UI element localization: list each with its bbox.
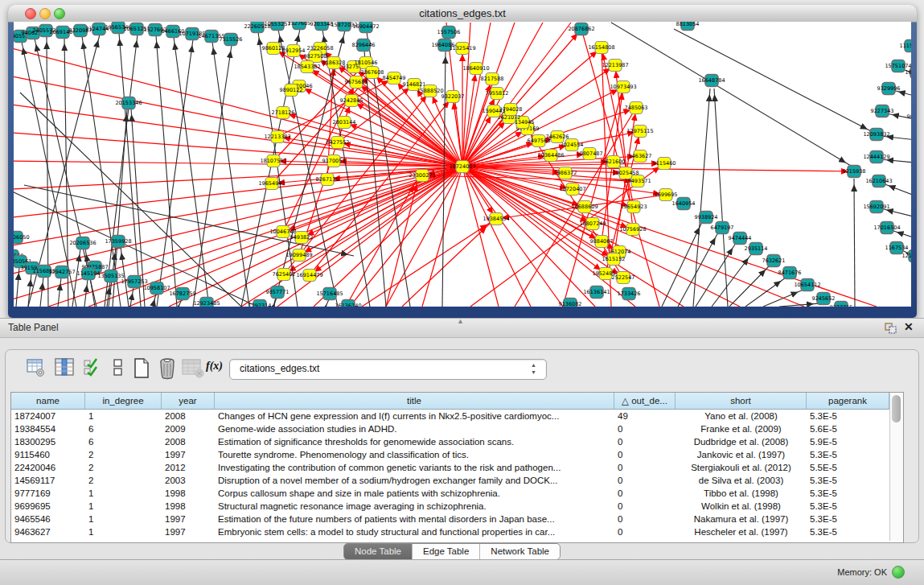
graph-edge[interactable] bbox=[16, 267, 19, 307]
graph-node[interactable]: 1640954 bbox=[672, 198, 696, 210]
graph-edge[interactable] bbox=[179, 299, 182, 307]
tab-edge-table[interactable]: Edge Table bbox=[413, 544, 480, 559]
table-cell[interactable]: Yano et al. (2008) bbox=[676, 410, 807, 422]
graph-node[interactable]: 9203348 bbox=[310, 22, 334, 31]
table-cell[interactable]: 5.3E-5 bbox=[807, 448, 889, 461]
table-panel-header[interactable]: Table Panel ▲ ✕ bbox=[0, 318, 924, 338]
table-cell[interactable]: 1 bbox=[85, 487, 162, 500]
graph-node[interactable]: 7986372 bbox=[554, 167, 577, 179]
table-cell[interactable]: 5.9E-5 bbox=[807, 435, 889, 448]
graph-node[interactable]: 9857771 bbox=[266, 286, 290, 299]
new-column-icon[interactable] bbox=[131, 357, 152, 380]
graph-node[interactable]: 16648784 bbox=[698, 75, 725, 87]
table-cell[interactable]: 19384554 bbox=[11, 422, 85, 435]
table-cell[interactable]: 5.5E-5 bbox=[807, 461, 889, 474]
table-cell[interactable]: Stergiakouli et al. (2012) bbox=[676, 461, 807, 474]
table-cell[interactable]: Hescheler et al. (1997) bbox=[676, 525, 807, 538]
float-panel-icon[interactable] bbox=[885, 323, 897, 334]
table-cell[interactable]: 0 bbox=[614, 448, 676, 461]
table-cell[interactable]: 1 bbox=[85, 500, 162, 513]
graph-node[interactable]: 9115460 bbox=[653, 158, 676, 170]
graph-edge[interactable] bbox=[462, 23, 571, 167]
graph-node[interactable]: 12975115 bbox=[626, 126, 653, 138]
graph-edge[interactable] bbox=[779, 303, 819, 307]
graph-node[interactable]: 9059203 bbox=[907, 111, 911, 123]
graph-node[interactable]: 19654923 bbox=[620, 201, 647, 213]
tab-node-table[interactable]: Node Table bbox=[344, 544, 413, 559]
table-row[interactable]: 1872400712008Changes of HCN gene express… bbox=[11, 410, 889, 422]
table-cell[interactable]: 0 bbox=[614, 525, 676, 538]
graph-node[interactable]: 9215938 bbox=[843, 166, 866, 178]
graph-node[interactable]: 8267130 bbox=[316, 174, 339, 186]
network-window-titlebar[interactable]: citations_edges.txt bbox=[8, 5, 917, 23]
graph-node[interactable]: 16782759 bbox=[169, 288, 195, 300]
table-cell[interactable]: Estimation of the future numbers of pati… bbox=[215, 513, 614, 525]
graph-node[interactable]: 15716485 bbox=[316, 288, 343, 300]
table-cell[interactable]: 9115460 bbox=[11, 448, 85, 461]
row-height-icon[interactable] bbox=[108, 357, 129, 380]
panel-resize-grip-icon[interactable]: ▲ bbox=[457, 317, 464, 325]
scrollbar-thumb[interactable] bbox=[892, 395, 901, 422]
graph-node[interactable]: 1115408 bbox=[900, 40, 911, 52]
table-cell[interactable]: 1 bbox=[85, 513, 162, 525]
function-builder-icon[interactable]: f(x) bbox=[206, 360, 227, 382]
show-column-icon[interactable] bbox=[55, 357, 76, 380]
table-cell[interactable]: Tibbo et al. (1998) bbox=[676, 487, 807, 500]
graph-edge[interactable] bbox=[326, 299, 329, 307]
graph-node[interactable]: 8912954 bbox=[282, 45, 306, 57]
table-cell[interactable]: 22420046 bbox=[11, 461, 85, 474]
graph-edge[interactable] bbox=[662, 222, 702, 307]
close-panel-icon[interactable]: ✕ bbox=[904, 320, 914, 333]
table-cell[interactable]: 1997 bbox=[162, 525, 215, 538]
table-cell[interactable]: 6 bbox=[85, 435, 162, 448]
table-cell[interactable]: Structural magnetic resonance image aver… bbox=[215, 500, 614, 513]
table-cell[interactable]: 9699695 bbox=[11, 500, 85, 513]
table-cell[interactable]: de Silva et al. (2003) bbox=[676, 474, 807, 487]
graph-edge[interactable] bbox=[712, 253, 752, 307]
table-cell[interactable]: 9465546 bbox=[11, 513, 85, 525]
table-cell[interactable]: 14569117 bbox=[11, 474, 85, 487]
table-mode-icon[interactable] bbox=[26, 357, 47, 380]
table-cell[interactable]: 18724007 bbox=[11, 410, 85, 422]
graph-edge[interactable] bbox=[156, 35, 177, 307]
graph-edge[interactable] bbox=[212, 42, 249, 307]
delete-table-icon[interactable] bbox=[182, 357, 203, 380]
table-row[interactable]: 1938455462009Genome-wide association stu… bbox=[11, 422, 889, 435]
table-cell[interactable]: Genome-wide association studies in ADHD. bbox=[215, 422, 614, 435]
graph-edge[interactable] bbox=[157, 39, 193, 307]
table-cell[interactable]: 18300295 bbox=[11, 435, 85, 448]
graph-node[interactable]: 18640910 bbox=[462, 63, 489, 75]
graph-node[interactable]: 20876862 bbox=[568, 23, 594, 35]
table-cell[interactable]: 9463627 bbox=[11, 525, 85, 538]
table-cell[interactable]: Jankovic et al. (1997) bbox=[676, 448, 807, 461]
graph-node[interactable]: 18107552 bbox=[260, 155, 286, 167]
graph-node[interactable]: 9227343 bbox=[871, 105, 894, 117]
table-cell[interactable]: 5.3E-5 bbox=[807, 500, 889, 513]
graph-node[interactable]: 8296446 bbox=[352, 39, 376, 51]
table-cell[interactable]: Corpus callosum shape and size in male p… bbox=[215, 487, 614, 500]
graph-node[interactable]: 8471676 bbox=[778, 267, 802, 279]
table-cell[interactable]: Disruption of a novel member of a sodium… bbox=[215, 474, 614, 487]
attribute-table[interactable]: namein_degreeyeartitle△ out_de...shortpa… bbox=[10, 392, 904, 543]
column-header-pagerank[interactable]: pagerank bbox=[807, 393, 889, 410]
graph-edge[interactable] bbox=[14, 76, 462, 167]
graph-node[interactable]: 1557506 bbox=[437, 27, 461, 39]
graph-node[interactable]: 9938924 bbox=[695, 212, 718, 224]
graph-node[interactable]: 19384554 bbox=[483, 213, 509, 225]
graph-edge[interactable] bbox=[891, 230, 911, 241]
graph-node[interactable]: 16154808 bbox=[588, 42, 614, 54]
table-cell[interactable]: 5.3E-5 bbox=[807, 487, 889, 500]
graph-edge[interactable] bbox=[362, 221, 492, 307]
graph-edge[interactable] bbox=[854, 179, 855, 307]
graph-edge[interactable] bbox=[84, 279, 88, 307]
graph-edge[interactable] bbox=[883, 183, 911, 199]
graph-node[interactable]: 16136141 bbox=[583, 286, 610, 299]
select-rows-icon[interactable] bbox=[83, 357, 104, 380]
network-canvas[interactable]: 2405572940625724055724206914068320987212… bbox=[14, 22, 911, 307]
table-row[interactable]: 1830029562008Estimation of significance … bbox=[11, 435, 889, 448]
graph-node[interactable]: 19654945 bbox=[258, 178, 285, 190]
table-row[interactable]: 977716911998Corpus callosum shape and si… bbox=[11, 487, 889, 500]
graph-node[interactable]: 12093832 bbox=[863, 129, 889, 141]
table-cell[interactable]: 1998 bbox=[162, 487, 215, 500]
table-cell[interactable]: 0 bbox=[614, 487, 676, 500]
